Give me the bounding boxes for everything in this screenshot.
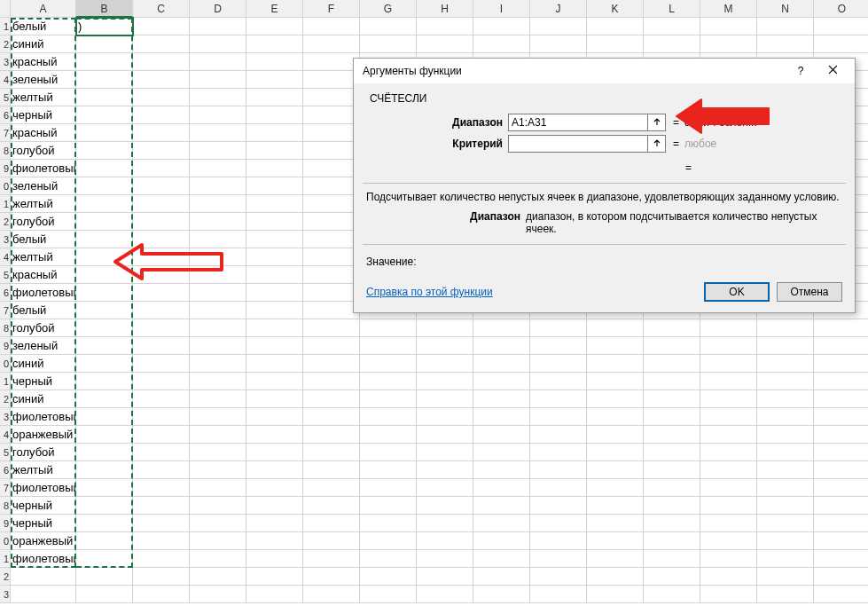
cell[interactable]: фиолетовый: [11, 284, 76, 302]
cell[interactable]: [190, 106, 246, 124]
cell[interactable]: [417, 390, 473, 408]
cell[interactable]: [757, 568, 814, 586]
cell[interactable]: [190, 248, 246, 266]
cell[interactable]: [757, 337, 814, 355]
cell[interactable]: [133, 284, 190, 302]
cell[interactable]: [303, 142, 360, 160]
cell[interactable]: [587, 426, 644, 444]
cell[interactable]: [76, 124, 133, 142]
cell[interactable]: [133, 124, 190, 142]
cell[interactable]: красный: [11, 53, 76, 71]
cell[interactable]: [417, 18, 473, 35]
cell[interactable]: [587, 444, 644, 461]
cell[interactable]: [757, 461, 814, 479]
cell[interactable]: [700, 532, 757, 550]
cell[interactable]: [417, 444, 473, 461]
cell[interactable]: [303, 408, 360, 426]
cell[interactable]: [76, 160, 133, 177]
row-header[interactable]: 7: [0, 479, 11, 497]
cell[interactable]: [814, 319, 868, 337]
cell[interactable]: синий: [11, 355, 76, 373]
cell[interactable]: [133, 248, 190, 266]
cell[interactable]: [417, 355, 473, 373]
cell[interactable]: [473, 550, 530, 568]
cell[interactable]: [360, 568, 417, 586]
row-header[interactable]: 3: [0, 53, 11, 71]
cell[interactable]: [757, 444, 814, 461]
cell[interactable]: [303, 319, 360, 337]
cell[interactable]: [814, 497, 868, 515]
cell[interactable]: зеленый: [11, 177, 76, 195]
cell[interactable]: [757, 35, 814, 53]
cell[interactable]: [303, 266, 360, 284]
cell[interactable]: [644, 568, 700, 586]
row-header[interactable]: 2: [0, 35, 11, 53]
cell[interactable]: [190, 302, 246, 319]
cell[interactable]: [190, 124, 246, 142]
cell[interactable]: фиолетовый: [11, 479, 76, 497]
cell[interactable]: [76, 213, 133, 231]
cell[interactable]: [303, 302, 360, 319]
cell[interactable]: [473, 479, 530, 497]
cell[interactable]: [246, 231, 303, 248]
cell[interactable]: [133, 408, 190, 426]
cell[interactable]: [757, 550, 814, 568]
cell[interactable]: [246, 390, 303, 408]
cell[interactable]: [644, 390, 700, 408]
cell[interactable]: [644, 550, 700, 568]
cell[interactable]: [133, 195, 190, 213]
cell[interactable]: [246, 373, 303, 390]
cell[interactable]: [417, 479, 473, 497]
cell[interactable]: [757, 373, 814, 390]
cell[interactable]: [246, 248, 303, 266]
cell[interactable]: [303, 373, 360, 390]
cell[interactable]: [303, 568, 360, 586]
cell[interactable]: [246, 479, 303, 497]
cell[interactable]: [133, 319, 190, 337]
cell[interactable]: [700, 390, 757, 408]
cell[interactable]: [246, 532, 303, 550]
cell[interactable]: зеленый: [11, 71, 76, 89]
cell[interactable]: черный: [11, 106, 76, 124]
col-header-A[interactable]: A: [11, 0, 76, 18]
cell[interactable]: [133, 231, 190, 248]
cell[interactable]: [644, 444, 700, 461]
cell[interactable]: оранжевый: [11, 532, 76, 550]
cell[interactable]: [133, 53, 190, 71]
cell[interactable]: [587, 408, 644, 426]
cell[interactable]: [246, 444, 303, 461]
cell[interactable]: [587, 373, 644, 390]
cell[interactable]: [133, 461, 190, 479]
cell[interactable]: [360, 515, 417, 532]
cell[interactable]: [700, 479, 757, 497]
row-header[interactable]: 5: [0, 444, 11, 461]
cell[interactable]: [76, 89, 133, 106]
cell[interactable]: [644, 497, 700, 515]
cell[interactable]: [76, 373, 133, 390]
cell[interactable]: [246, 426, 303, 444]
cell[interactable]: [530, 355, 587, 373]
cell[interactable]: голубой: [11, 444, 76, 461]
cell[interactable]: [473, 568, 530, 586]
cell[interactable]: [644, 408, 700, 426]
cell[interactable]: [814, 444, 868, 461]
cell[interactable]: [530, 532, 587, 550]
cell[interactable]: [700, 461, 757, 479]
cell[interactable]: [473, 426, 530, 444]
cell[interactable]: [417, 408, 473, 426]
cell[interactable]: [360, 319, 417, 337]
cell[interactable]: [303, 195, 360, 213]
cell[interactable]: [246, 302, 303, 319]
cell[interactable]: [133, 142, 190, 160]
cell[interactable]: [473, 35, 530, 53]
cell[interactable]: [700, 426, 757, 444]
cell[interactable]: [246, 355, 303, 373]
cell[interactable]: [133, 302, 190, 319]
cell[interactable]: [530, 18, 587, 35]
cell[interactable]: [76, 390, 133, 408]
col-header-M[interactable]: M: [700, 0, 757, 18]
row-header[interactable]: 3: [0, 586, 11, 603]
cell[interactable]: [76, 142, 133, 160]
col-header-F[interactable]: F: [303, 0, 360, 18]
cell[interactable]: [700, 373, 757, 390]
